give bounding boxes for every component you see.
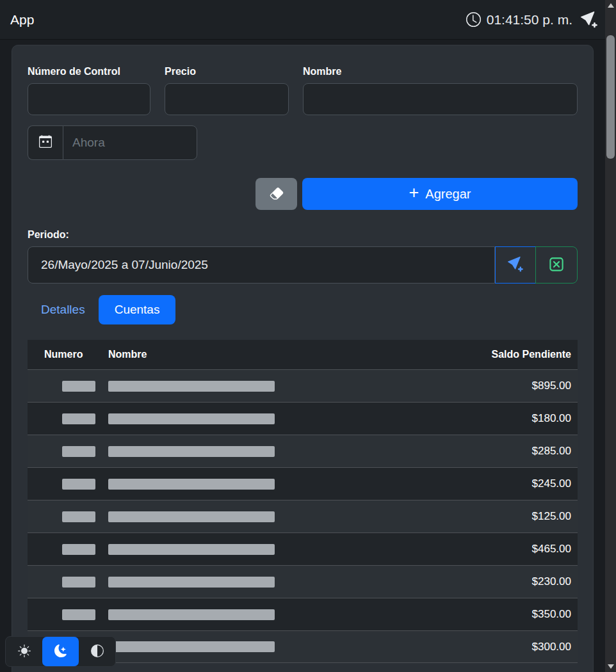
scrollbar-down-arrow[interactable] [605, 661, 616, 672]
redacted-nombre [108, 511, 275, 522]
table-row[interactable]: $230.00 [28, 565, 578, 598]
theme-dark-button[interactable] [42, 637, 79, 666]
scrollbar-thumb[interactable] [606, 35, 615, 159]
header-saldo: Saldo Pendiente [300, 349, 578, 360]
redacted-numero [62, 544, 95, 555]
x-square-icon [549, 257, 564, 274]
precio-field: Precio [165, 66, 289, 115]
agregar-button-label: Agregar [425, 187, 471, 202]
table-row[interactable]: $285.00 [28, 435, 578, 467]
saldo-value: $895.00 [300, 380, 578, 392]
tab-detalles[interactable]: Detalles [29, 295, 97, 324]
navbar-right: 01:41:50 p. m. [466, 12, 597, 28]
sun-icon [18, 644, 31, 659]
saldo-value: $230.00 [300, 575, 578, 588]
redacted-nombre [108, 641, 275, 652]
redacted-numero [62, 479, 95, 490]
redacted-numero [62, 577, 95, 588]
clock-time: 01:41:50 p. m. [487, 12, 572, 28]
table-row[interactable]: $245.00 [28, 467, 578, 500]
calendar-icon [39, 135, 52, 150]
agregar-button[interactable]: + Agregar [302, 178, 578, 210]
control-number-field: Número de Control [28, 66, 150, 115]
nombre-input[interactable] [303, 83, 578, 115]
saldo-value: $300.00 [300, 641, 578, 653]
theme-switcher [5, 636, 116, 667]
control-number-input[interactable] [28, 83, 150, 115]
tabs: Detalles Cuentas [28, 295, 578, 324]
cuentas-table: Numero Nombre Saldo Pendiente $895.00 $1… [28, 340, 578, 663]
period-range-input[interactable] [28, 246, 495, 284]
actions-row: + Agregar [28, 178, 578, 210]
saldo-value: $465.00 [300, 543, 578, 556]
header-nombre: Nombre [108, 349, 300, 360]
table-row[interactable]: $465.00 [28, 532, 578, 565]
table-row[interactable]: $895.00 [28, 369, 578, 402]
redacted-numero [62, 446, 95, 457]
circle-half-icon [91, 644, 104, 659]
send-plus-icon[interactable] [581, 12, 597, 28]
vertical-scrollbar [605, 0, 616, 672]
navbar: App 01:41:50 p. m. [0, 0, 605, 40]
main-card: Número de Control Precio Nombre [12, 45, 594, 672]
redacted-nombre [108, 577, 275, 588]
theme-light-button[interactable] [6, 637, 42, 666]
send-plus-icon [508, 257, 523, 274]
redacted-nombre [108, 544, 275, 555]
app-title: App [10, 12, 34, 28]
period-excel-button[interactable] [535, 246, 578, 284]
fecha-input[interactable] [63, 125, 197, 160]
saldo-value: $285.00 [300, 445, 578, 458]
moon-stars-icon [54, 644, 67, 659]
redacted-numero [62, 511, 95, 522]
scrollbar-up-arrow[interactable] [605, 0, 616, 11]
calendar-button[interactable] [28, 125, 63, 160]
table-header-row: Numero Nombre Saldo Pendiente [28, 340, 578, 369]
date-group [28, 125, 197, 160]
plus-icon: + [409, 184, 419, 202]
redacted-numero [62, 413, 95, 424]
tab-cuentas[interactable]: Cuentas [99, 295, 176, 324]
table-row[interactable]: $180.00 [28, 402, 578, 435]
nombre-label: Nombre [303, 66, 578, 77]
clock-icon [466, 12, 481, 27]
page: App 01:41:50 p. m. Número de [0, 0, 605, 672]
redacted-numero [62, 609, 95, 620]
redacted-nombre [108, 446, 275, 457]
redacted-numero [62, 381, 95, 392]
precio-input[interactable] [165, 83, 289, 115]
saldo-value: $180.00 [300, 412, 578, 425]
header-numero: Numero [28, 349, 108, 360]
eraser-icon [270, 186, 284, 202]
form-fields: Número de Control Precio Nombre [28, 66, 578, 115]
period-group [28, 246, 578, 284]
precio-label: Precio [165, 66, 289, 77]
nombre-field: Nombre [303, 66, 578, 115]
saldo-value: $245.00 [300, 477, 578, 490]
clear-button[interactable] [255, 178, 297, 210]
control-number-label: Número de Control [28, 66, 150, 77]
table-body: $895.00 $180.00 $285.00 $245.00 [28, 369, 578, 663]
redacted-nombre [108, 479, 275, 490]
redacted-nombre [108, 381, 275, 392]
period-send-button[interactable] [495, 246, 536, 284]
table-row[interactable]: $350.00 [28, 598, 578, 630]
periodo-label: Periodo: [28, 229, 578, 241]
redacted-nombre [108, 609, 275, 620]
table-row[interactable]: $125.00 [28, 500, 578, 532]
theme-auto-button[interactable] [79, 637, 115, 666]
saldo-value: $350.00 [300, 608, 578, 621]
redacted-nombre [108, 413, 275, 424]
saldo-value: $125.00 [300, 510, 578, 523]
